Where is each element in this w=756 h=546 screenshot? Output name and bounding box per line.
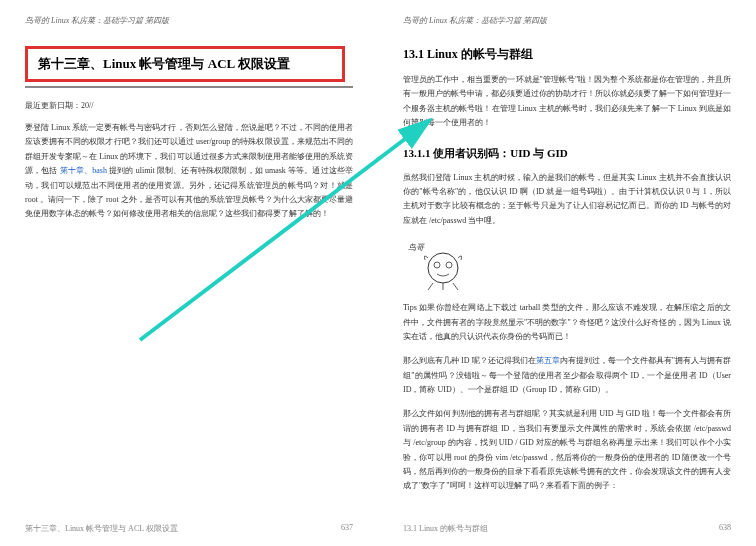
page-left: 鸟哥的 Linux 私房菜：基础学习篇 第四版 第十三章、Linux 帐号管理与…: [0, 0, 378, 546]
footer-left-pagenum: 637: [341, 523, 353, 534]
tips-text: Tips 如果你曾经在网络上下载过 tarball 类型的文件，那么应该不难发现…: [403, 301, 731, 344]
chapter-title: 第十三章、Linux 帐号管理与 ACL 权限设置: [38, 55, 332, 73]
footer-right-pagenum: 638: [719, 523, 731, 534]
footer-left: 第十三章、Linux 帐号管理与 ACL 权限设置 637: [25, 523, 353, 534]
subsection-title: 13.1.1 使用者识别码：UID 与 GID: [403, 146, 731, 161]
body-2: 那么到底有几种 ID 呢？还记得我们在第五章内有提到过，每一个文件都具有"拥有人…: [403, 354, 731, 397]
section-body: 管理员的工作中，相当重要的一环就是"管理帐号"啦！因为整个系统都是你在管理的，并…: [403, 73, 731, 131]
svg-point-3: [446, 262, 452, 268]
sub-body-1: 虽然我们登陆 Linux 主机的时候，输入的是我们的帐号，但是其实 Linux …: [403, 171, 731, 229]
vbird-illustration: 鸟哥: [403, 238, 483, 293]
section-title: 13.1 Linux 的帐号与群组: [403, 46, 731, 63]
svg-text:鸟哥: 鸟哥: [408, 243, 425, 252]
svg-point-1: [428, 253, 458, 283]
svg-point-2: [434, 262, 440, 268]
update-date: 最近更新日期：20//: [25, 100, 353, 111]
footer-right: 13.1 Linux 的帐号与群组 638: [403, 523, 731, 534]
footer-right-text: 13.1 Linux 的帐号与群组: [403, 523, 488, 534]
header-right: 鸟哥的 Linux 私房菜：基础学习篇 第四版: [403, 15, 731, 26]
header-left: 鸟哥的 Linux 私房菜：基础学习篇 第四版: [25, 15, 353, 26]
chapter-underline: [25, 86, 353, 88]
left-body: 要登陆 Linux 系统一定要有帐号与密码才行，否则怎么登陆，您说是吧？不过，不…: [25, 121, 353, 222]
footer-left-text: 第十三章、Linux 帐号管理与 ACL 权限设置: [25, 523, 178, 534]
page-right: 鸟哥的 Linux 私房菜：基础学习篇 第四版 13.1 Linux 的帐号与群…: [378, 0, 756, 546]
link-chapter10[interactable]: 第十章、bash: [60, 166, 107, 175]
body-3: 那么文件如何判别他的拥有者与群组呢？其实就是利用 UID 与 GID 啦！每一个…: [403, 407, 731, 493]
chapter-title-box: 第十三章、Linux 帐号管理与 ACL 权限设置: [25, 46, 345, 82]
link-chapter5[interactable]: 第五章: [536, 356, 560, 365]
